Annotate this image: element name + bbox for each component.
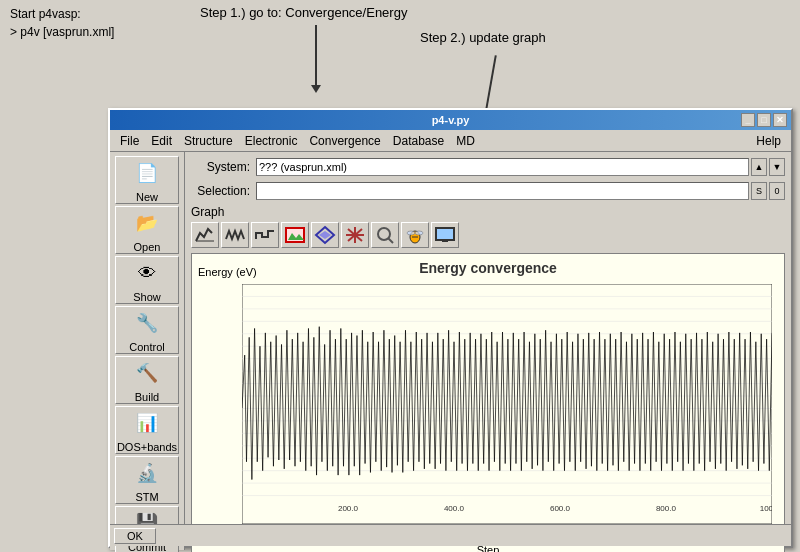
window-title: p4-v.py <box>432 114 470 126</box>
system-input[interactable] <box>256 158 749 176</box>
sidebar-btn-show[interactable]: 👁 Show <box>115 256 179 304</box>
show-icon: 👁 <box>131 257 163 289</box>
selection-label: Selection: <box>191 184 256 198</box>
menu-help[interactable]: Help <box>750 132 787 150</box>
toolbar-image-btn[interactable] <box>281 222 309 248</box>
sidebar-btn-new[interactable]: 📄 New <box>115 156 179 204</box>
build-icon: 🔨 <box>131 357 163 389</box>
toolbar-diamond-btn[interactable] <box>311 222 339 248</box>
selection-buttons: S 0 <box>751 182 785 200</box>
chart-container: Energy convergence Energy (eV) <box>191 253 785 552</box>
annotation-area: Start p4vasp: > p4v [vasprun.xml] Step 1… <box>0 0 800 110</box>
system-down-btn[interactable]: ▼ <box>769 158 785 176</box>
menu-convergence[interactable]: Convergence <box>303 132 386 150</box>
toolbar-wave-btn[interactable] <box>221 222 249 248</box>
toolbar-search-btn[interactable] <box>371 222 399 248</box>
system-label: System: <box>191 160 256 174</box>
svg-text:200.0: 200.0 <box>338 504 359 513</box>
new-icon: 📄 <box>131 157 163 189</box>
menu-electronic[interactable]: Electronic <box>239 132 304 150</box>
system-spinners: ▲ ▼ <box>751 158 785 176</box>
start-instructions: Start p4vasp: > p4v [vasprun.xml] <box>10 5 114 41</box>
svg-text:400.0: 400.0 <box>444 504 465 513</box>
menu-edit[interactable]: Edit <box>145 132 178 150</box>
svg-text:800.0: 800.0 <box>656 504 677 513</box>
chart-title: Energy convergence <box>192 254 784 276</box>
menu-bar: File Edit Structure Electronic Convergen… <box>110 130 791 152</box>
system-up-btn[interactable]: ▲ <box>751 158 767 176</box>
zero-button[interactable]: 0 <box>769 182 785 200</box>
toolbar-line-chart-btn[interactable] <box>191 222 219 248</box>
menu-structure[interactable]: Structure <box>178 132 239 150</box>
stm-icon: 🔬 <box>131 457 163 489</box>
title-bar-buttons: _ □ ✕ <box>741 113 787 127</box>
sidebar-label-show: Show <box>133 291 161 303</box>
ok-button[interactable]: OK <box>114 528 156 544</box>
sidebar-btn-build[interactable]: 🔨 Build <box>115 356 179 404</box>
step2-annotation: Step 2.) update graph <box>420 30 546 45</box>
step1-annotation: Step 1.) go to: Convergence/Energy <box>200 5 407 20</box>
menu-database[interactable]: Database <box>387 132 450 150</box>
sidebar-label-dosbands: DOS+bands <box>117 441 177 453</box>
sidebar-label-new: New <box>136 191 158 203</box>
sidebar-btn-dosbands[interactable]: 📊 DOS+bands <box>115 406 179 454</box>
svg-text:600.0: 600.0 <box>550 504 571 513</box>
svg-point-13 <box>407 231 415 235</box>
sidebar-btn-stm[interactable]: 🔬 STM <box>115 456 179 504</box>
start-line2: > p4v [vasprun.xml] <box>10 23 114 41</box>
open-icon: 📂 <box>131 207 163 239</box>
start-line1: Start p4vasp: <box>10 5 114 23</box>
y-axis-label: Energy (eV) <box>198 266 257 278</box>
svg-marker-4 <box>319 231 331 239</box>
sidebar-label-build: Build <box>135 391 159 403</box>
minimize-button[interactable]: _ <box>741 113 755 127</box>
sidebar: 📄 New 📂 Open 👁 Show 🔧 Control 🔨 Build 📊 … <box>110 152 185 550</box>
toolbar-star-btn[interactable] <box>341 222 369 248</box>
menu-md[interactable]: MD <box>450 132 481 150</box>
svg-text:1000.0: 1000.0 <box>760 504 772 513</box>
control-icon: 🔧 <box>131 307 163 339</box>
graph-toolbar <box>191 221 785 249</box>
title-bar: p4-v.py _ □ ✕ <box>110 110 791 130</box>
svg-rect-16 <box>442 240 448 242</box>
s-button[interactable]: S <box>751 182 767 200</box>
dosbands-icon: 📊 <box>131 407 163 439</box>
svg-point-14 <box>415 231 423 235</box>
toolbar-step-btn[interactable] <box>251 222 279 248</box>
close-button[interactable]: ✕ <box>773 113 787 127</box>
sidebar-label-stm: STM <box>135 491 158 503</box>
sidebar-label-control: Control <box>129 341 164 353</box>
maximize-button[interactable]: □ <box>757 113 771 127</box>
graph-label: Graph <box>191 205 785 219</box>
menu-file[interactable]: File <box>114 132 145 150</box>
toolbar-bee-btn[interactable] <box>401 222 429 248</box>
svg-line-10 <box>388 238 393 243</box>
main-window: p4-v.py _ □ ✕ File Edit Structure Electr… <box>108 108 793 548</box>
svg-rect-15 <box>436 228 454 240</box>
toolbar-screen-btn[interactable] <box>431 222 459 248</box>
arrow2-icon <box>485 55 497 110</box>
arrow1-icon <box>315 25 317 85</box>
status-bar: OK <box>110 524 791 546</box>
sidebar-btn-open[interactable]: 📂 Open <box>115 206 179 254</box>
selection-row: Selection: S 0 <box>191 180 785 202</box>
selection-input[interactable] <box>256 182 749 200</box>
content-area: System: ▲ ▼ Selection: S 0 Graph <box>185 152 791 524</box>
chart-svg: -13.88 -13.9 -13.92 -13.94 -13.96 -13.98… <box>242 284 772 524</box>
system-row: System: ▲ ▼ <box>191 156 785 178</box>
sidebar-btn-control[interactable]: 🔧 Control <box>115 306 179 354</box>
sidebar-label-open: Open <box>134 241 161 253</box>
